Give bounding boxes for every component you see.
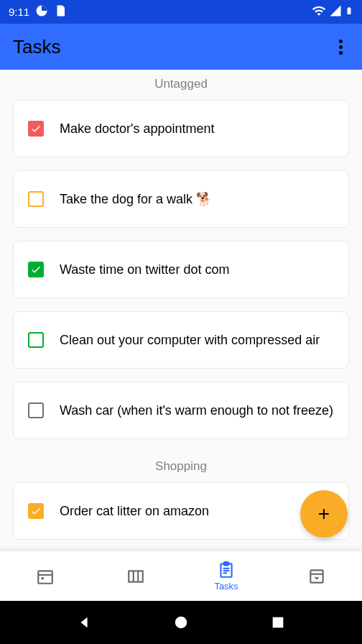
task-label: Make doctor's appointment [60, 121, 215, 137]
wifi-icon [312, 4, 326, 20]
task-item[interactable]: Order cat litter on amazon [13, 482, 349, 540]
task-item[interactable]: Waste time on twitter dot com [13, 241, 349, 298]
nav-archive[interactable] [272, 551, 362, 601]
nav-tasks-label: Tasks [214, 581, 238, 592]
app-header: Tasks [0, 24, 362, 70]
battery-icon [345, 4, 353, 20]
recents-button[interactable] [270, 615, 286, 630]
checkbox-unchecked-icon[interactable] [28, 191, 44, 207]
task-item[interactable]: Take the dog for a walk 🐕 [13, 170, 349, 228]
checkbox-unchecked-icon[interactable] [28, 332, 44, 348]
svg-rect-3 [42, 577, 44, 579]
sd-icon [54, 4, 67, 19]
svg-rect-1 [38, 571, 52, 583]
page-title: Tasks [13, 36, 60, 58]
status-right [312, 4, 353, 20]
columns-icon [126, 567, 145, 586]
nav-calendar[interactable] [0, 551, 90, 601]
svg-rect-12 [310, 570, 322, 582]
task-label: Wash car (when it's warm enough to not f… [60, 403, 333, 418]
nav-board[interactable] [90, 551, 181, 601]
calendar-icon [36, 567, 55, 586]
home-button[interactable] [173, 615, 189, 630]
bottom-navigation: Tasks [0, 551, 362, 601]
checkbox-checked-icon[interactable] [28, 262, 44, 277]
plus-icon: + [318, 502, 330, 525]
status-bar: 9:11 [0, 0, 362, 24]
nav-tasks[interactable]: Tasks [181, 551, 272, 601]
task-item[interactable]: Wash car (when it's warm enough to not f… [13, 382, 349, 439]
signal-icon [329, 4, 342, 19]
system-navigation [0, 601, 362, 644]
clipboard-icon [217, 561, 236, 579]
task-label: Waste time on twitter dot com [60, 262, 229, 277]
svg-rect-4 [129, 571, 143, 581]
task-label: Take the dog for a walk 🐕 [60, 191, 212, 207]
checkbox-unchecked-icon[interactable] [28, 402, 44, 418]
status-time: 9:11 [9, 6, 29, 18]
checkbox-checked-icon[interactable] [28, 121, 44, 137]
task-label: Order cat litter on amazon [60, 504, 209, 519]
task-item[interactable]: Make doctor's appointment [13, 100, 349, 157]
svg-rect-15 [272, 617, 283, 628]
clock-icon [35, 4, 48, 19]
task-label: Clean out your computer with compressed … [60, 333, 320, 348]
section-header-untagged: Untagged [0, 70, 362, 96]
checkbox-checked-icon[interactable] [28, 503, 44, 519]
task-item[interactable]: Clean out your computer with compressed … [13, 311, 349, 369]
add-task-button[interactable]: + [300, 490, 348, 538]
archive-icon [307, 567, 326, 586]
back-button[interactable] [76, 615, 92, 630]
overflow-menu-button[interactable] [332, 38, 349, 55]
svg-point-14 [175, 617, 187, 629]
section-header-shopping: Shopping [0, 452, 362, 478]
status-left: 9:11 [9, 4, 67, 19]
task-list: Untagged Make doctor's appointment Take … [0, 70, 362, 551]
svg-rect-8 [224, 562, 229, 565]
